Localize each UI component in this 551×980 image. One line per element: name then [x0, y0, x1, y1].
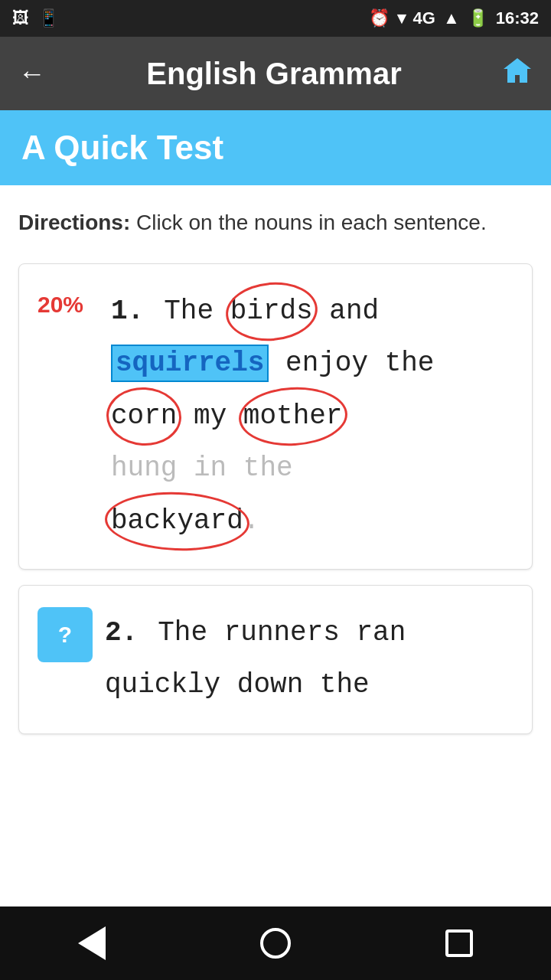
time-label: 16:32 [496, 8, 539, 28]
directions-text: Click on the nouns in each sentence. [130, 211, 486, 234]
directions: Directions: Click on the nouns in each s… [18, 207, 533, 239]
question-content-2: 2. The runners ran quickly down the [105, 607, 406, 712]
home-nav-icon [260, 928, 291, 959]
word-corn[interactable]: corn [111, 390, 177, 443]
home-nav-button[interactable] [245, 913, 306, 974]
word-the-2[interactable]: The runners ran [158, 617, 406, 648]
word-enjoy[interactable]: enjoy the [269, 348, 434, 379]
main-content: Directions: Click on the nouns in each s… [0, 185, 551, 906]
word-birds[interactable]: birds [230, 286, 313, 338]
question-row-1: 20% 1. The birds and squirrels enjoy the… [37, 286, 514, 547]
question-number-1: 1. [111, 296, 161, 327]
phone-icon: 📱 [38, 8, 59, 28]
score-badge-2: ? [37, 607, 93, 662]
battery-icon: 🔋 [468, 8, 488, 28]
recent-nav-button[interactable] [429, 913, 490, 974]
signal-icon: ▲ [443, 8, 460, 28]
nav-bar: ← English Grammar [0, 37, 551, 110]
directions-label: Directions: [18, 211, 130, 234]
page-title: English Grammar [46, 57, 502, 91]
word-hung[interactable]: hung in the [111, 452, 293, 484]
question-row-2: ? 2. The runners ran quickly down the [37, 607, 514, 712]
back-nav-button[interactable] [61, 913, 122, 974]
question-number-2: 2. [105, 617, 155, 648]
section-header: A Quick Test [0, 110, 551, 185]
question-card-2: ? 2. The runners ran quickly down the [18, 585, 533, 734]
word-quickly[interactable]: quickly down the [105, 669, 370, 701]
word-and[interactable]: and [313, 296, 379, 327]
recent-nav-icon [445, 929, 473, 957]
section-title: A Quick Test [21, 129, 223, 166]
back-button[interactable]: ← [18, 57, 46, 90]
question-content-1: 1. The birds and squirrels enjoy the cor… [111, 286, 434, 547]
network-label: 4G [413, 8, 435, 28]
wifi-icon: ▾ [397, 8, 406, 28]
bottom-nav [0, 906, 551, 980]
status-icons-right: ⏰ ▾ 4G ▲ 🔋 16:32 [369, 8, 539, 28]
word-the-1[interactable]: The [164, 296, 230, 327]
score-badge-1: 20% [37, 286, 99, 318]
home-button[interactable] [502, 55, 533, 93]
word-backyard[interactable]: backyard [111, 495, 243, 547]
word-squirrels[interactable]: squirrels [111, 345, 269, 382]
status-icons-left: 🖼 📱 [12, 8, 59, 28]
word-mother[interactable]: mother [243, 390, 343, 443]
alarm-icon: ⏰ [369, 8, 390, 28]
question-card-1: 20% 1. The birds and squirrels enjoy the… [18, 263, 533, 570]
sentence-1: The birds and squirrels enjoy the corn m… [111, 296, 434, 537]
status-bar: 🖼 📱 ⏰ ▾ 4G ▲ 🔋 16:32 [0, 0, 551, 37]
word-my[interactable]: my [177, 400, 243, 432]
image-icon: 🖼 [12, 8, 29, 28]
back-nav-icon [78, 926, 106, 960]
